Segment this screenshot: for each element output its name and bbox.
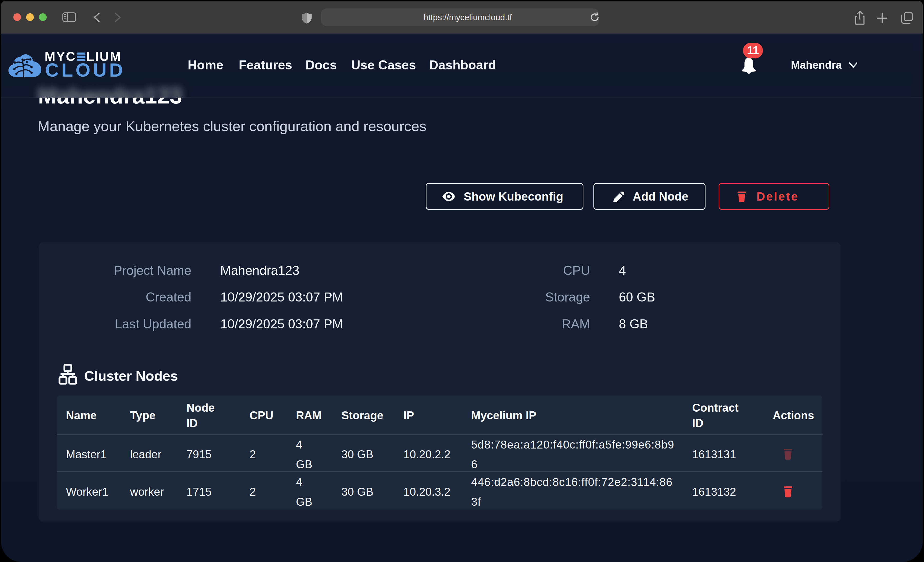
svg-text:11: 11 — [747, 44, 759, 57]
